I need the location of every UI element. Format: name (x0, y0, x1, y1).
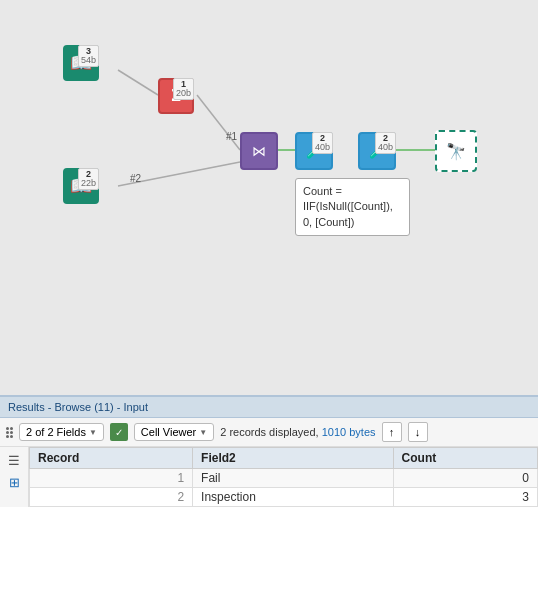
svg-text:#2: #2 (130, 173, 142, 184)
confirm-icon: ✓ (110, 423, 128, 441)
fields-chevron-icon: ▼ (89, 428, 97, 437)
input-node-2[interactable]: 📖 2 22b (63, 168, 99, 204)
results-table: Record Field2 Count 1 Fail 0 2 Inspectio… (29, 447, 538, 507)
node2-label: 2 22b (78, 168, 99, 190)
summarize-label: 1 20b (173, 78, 194, 100)
cell-record: 2 (30, 488, 193, 507)
nav-up-button[interactable]: ↑ (382, 422, 402, 442)
formula-right-label: 2 40b (375, 132, 396, 154)
cell-count: 0 (393, 469, 537, 488)
table-row: 2 Inspection 3 (30, 488, 538, 507)
cell-field2: Fail (193, 469, 393, 488)
viewer-dropdown[interactable]: Cell Viewer ▼ (134, 423, 214, 441)
table-header-row: Record Field2 Count (30, 448, 538, 469)
formula-popup: Count = IIF(IsNull([Count]), 0, [Count]) (295, 178, 410, 236)
formula-output-node[interactable]: 🧪 2 40b (358, 132, 396, 170)
join-icon: ⋈ (252, 143, 266, 159)
join-node[interactable]: ⋈ (240, 132, 278, 170)
drag-handle[interactable] (6, 427, 13, 438)
cell-view-icon[interactable]: ⊞ (4, 473, 24, 491)
fields-dropdown[interactable]: 2 of 2 Fields ▼ (19, 423, 104, 441)
cell-record: 1 (30, 469, 193, 488)
results-table-wrap: Record Field2 Count 1 Fail 0 2 Inspectio… (29, 447, 538, 507)
browse-node[interactable]: 🔭 (435, 130, 477, 172)
formula-left-label: 2 40b (312, 132, 333, 154)
viewer-chevron-icon: ▼ (199, 428, 207, 437)
cell-count: 3 (393, 488, 537, 507)
svg-line-1 (197, 95, 240, 150)
formula-node[interactable]: 🧪 2 40b (295, 132, 333, 170)
results-header: Results - Browse (11) - Input (0, 397, 538, 418)
svg-line-2 (118, 162, 240, 186)
browse-icon: 🔭 (446, 142, 466, 161)
side-icon-column: ☰ ⊞ (0, 447, 29, 507)
results-toolbar: 2 of 2 Fields ▼ ✓ Cell Viewer ▼ 2 record… (0, 418, 538, 447)
input-node-1[interactable]: 📖 3 54b (63, 45, 99, 81)
col-count: Count (393, 448, 537, 469)
cell-field2: Inspection (193, 488, 393, 507)
col-record: Record (30, 448, 193, 469)
nav-down-button[interactable]: ↓ (408, 422, 428, 442)
node1-label: 3 54b (78, 45, 99, 67)
status-text: 2 records displayed, 1010 bytes (220, 426, 375, 438)
summarize-node[interactable]: Σ 1 20b (158, 78, 194, 114)
col-field2: Field2 (193, 448, 393, 469)
table-view-icon[interactable]: ☰ (4, 451, 24, 469)
svg-line-0 (118, 70, 158, 95)
svg-text:#1: #1 (226, 131, 238, 142)
table-row: 1 Fail 0 (30, 469, 538, 488)
results-panel: Results - Browse (11) - Input 2 of 2 Fie… (0, 395, 538, 592)
results-body: ☰ ⊞ Record Field2 Count 1 Fail 0 2 Inspe… (0, 447, 538, 507)
workflow-canvas: #1 #2 📖 3 54b Σ 1 20b 📖 2 22b (0, 0, 538, 395)
